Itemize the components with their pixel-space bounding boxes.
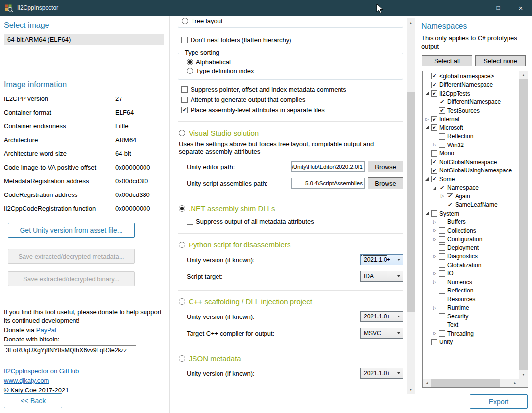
radio-icon[interactable] — [179, 130, 185, 136]
namespace-checkbox[interactable]: ✔ — [439, 99, 445, 105]
tree-item[interactable]: System — [423, 209, 519, 218]
namespace-checkbox[interactable] — [439, 236, 445, 243]
radio-icon[interactable] — [179, 242, 185, 248]
radio-icon[interactable] — [179, 205, 185, 212]
expand-icon[interactable]: ▷ — [424, 117, 430, 122]
namespace-checkbox[interactable] — [439, 279, 445, 285]
tree-item[interactable]: ✔NotGlobalNamespace — [423, 158, 519, 167]
flatten-hierarchy-checkbox-row[interactable]: Don't nest folders (flatten hierarchy) — [181, 36, 403, 44]
scroll-down-button[interactable]: ▼ — [519, 370, 528, 379]
image-list-item[interactable]: 64-bit ARM64 (ELF64) — [4, 34, 164, 45]
namespace-checkbox[interactable]: ✔ — [431, 73, 437, 79]
cpp-project-radio-row[interactable]: C++ scaffolding / DLL injection project — [178, 297, 403, 306]
shim-dlls-radio-row[interactable]: .NET assembly shim DLLs — [178, 204, 403, 213]
expand-icon[interactable]: ▷ — [432, 271, 437, 276]
tree-item[interactable]: Globalization — [423, 261, 519, 269]
expand-icon[interactable]: ▷ — [432, 279, 437, 285]
namespace-checkbox[interactable] — [439, 288, 445, 294]
collapse-icon[interactable] — [432, 185, 437, 191]
tree-item[interactable]: ✔<global namespace> — [423, 72, 519, 81]
export-button[interactable]: Export — [470, 394, 528, 409]
tree-item[interactable]: Reflection — [423, 287, 519, 295]
expand-icon[interactable]: ▷ — [432, 305, 437, 311]
json-metadata-radio-row[interactable]: JSON metadata — [178, 354, 403, 363]
namespace-checkbox[interactable] — [431, 210, 437, 217]
back-button[interactable]: << Back — [4, 393, 62, 408]
tree-item[interactable]: ▷Threading — [423, 329, 519, 338]
checkbox-icon[interactable] — [181, 86, 188, 93]
script-assemblies-path-input[interactable]: -5.0.4\ScriptAssemblies — [291, 178, 365, 189]
scrollbar-thumb[interactable] — [431, 379, 500, 387]
tree-item[interactable]: ▷Buffers — [423, 218, 519, 227]
namespace-checkbox[interactable] — [439, 270, 445, 277]
tree-item[interactable]: ✔NotGlobalUsingNamespace — [423, 167, 519, 175]
unity-version-select[interactable]: 2021.1.0+ — [360, 254, 403, 265]
tree-item[interactable]: Unity — [423, 338, 519, 347]
unity-version-select[interactable]: 2021.1.0+ — [360, 368, 403, 379]
tree-item[interactable]: ▷Numerics — [423, 278, 519, 287]
checkbox-icon[interactable] — [181, 37, 188, 43]
website-link[interactable]: www.djkaty.com — [4, 377, 49, 384]
tree-item[interactable]: ▷✔Again — [423, 192, 519, 201]
scroll-up-button[interactable]: ▲ — [407, 18, 415, 26]
scroll-up-button[interactable]: ▲ — [519, 71, 528, 79]
namespace-checkbox[interactable]: ✔ — [447, 202, 453, 208]
namespace-checkbox[interactable] — [439, 219, 445, 225]
output-option-checkbox-row[interactable]: Attempt to generate output that compiles — [181, 96, 403, 103]
namespace-checkbox[interactable]: ✔ — [431, 116, 437, 122]
tree-item[interactable]: ✔DifferentNamespace — [423, 98, 519, 107]
suppress-metadata-checkbox-row[interactable]: Suppress output of all metadata attribut… — [187, 218, 403, 225]
namespace-checkbox[interactable]: ✔ — [431, 176, 437, 182]
radio-icon[interactable] — [187, 68, 193, 74]
tree-item[interactable]: Deployment — [423, 243, 519, 252]
namespace-checkbox[interactable]: ✔ — [439, 107, 445, 114]
tree-item[interactable]: ▷Runtime — [423, 304, 519, 313]
namespace-checkbox[interactable] — [431, 339, 437, 345]
get-unity-version-button[interactable]: Get Unity version from asset file... — [8, 223, 135, 238]
tree-item[interactable]: Security — [423, 312, 519, 321]
tree-item[interactable]: ✔Namespace — [423, 184, 519, 193]
expand-icon[interactable]: ▷ — [432, 228, 437, 233]
tree-item[interactable]: ▷Collections — [423, 226, 519, 235]
scrollbar-thumb[interactable] — [519, 79, 528, 370]
tree-item[interactable]: ▷Configuration — [423, 235, 519, 244]
tree-item[interactable]: Resources — [423, 295, 519, 304]
unity-version-select[interactable]: 2021.1.0+ — [360, 311, 403, 322]
paypal-link[interactable]: PayPal — [36, 326, 56, 334]
namespace-checkbox[interactable]: ✔ — [439, 185, 445, 191]
collapse-icon[interactable] — [424, 211, 430, 216]
browse-assemblies-path-button[interactable]: Browse — [368, 177, 403, 189]
expand-icon[interactable]: ▷ — [432, 331, 437, 336]
scroll-down-button[interactable]: ▼ — [407, 386, 415, 394]
github-link[interactable]: Il2CppInspector on GitHub — [4, 367, 79, 375]
image-listbox[interactable]: 64-bit ARM64 (ELF64) — [4, 34, 164, 72]
select-all-button[interactable]: Select all — [422, 55, 472, 66]
bitcoin-address-input[interactable] — [4, 345, 136, 355]
namespace-checkbox[interactable]: ✔ — [447, 193, 453, 199]
radio-icon[interactable] — [182, 18, 188, 24]
cpp-compiler-select[interactable]: MSVC — [360, 328, 403, 339]
tree-item[interactable]: Mono — [423, 149, 519, 158]
checkbox-icon[interactable] — [187, 219, 193, 225]
namespace-checkbox[interactable] — [439, 253, 445, 260]
visual-studio-radio-row[interactable]: Visual Studio solution — [178, 128, 403, 137]
expand-icon[interactable]: ▷ — [440, 194, 445, 199]
namespace-checkbox[interactable]: ✔ — [431, 90, 437, 97]
tree-item[interactable]: ✔Some — [423, 175, 519, 184]
scroll-right-button[interactable]: ► — [511, 379, 519, 387]
namespace-checkbox[interactable] — [439, 133, 445, 140]
radio-icon[interactable] — [179, 298, 185, 305]
tree-vertical-scrollbar[interactable]: ▲ ▼ — [519, 71, 528, 379]
namespace-checkbox[interactable] — [439, 330, 445, 337]
namespace-checkbox[interactable] — [431, 150, 437, 157]
tree-layout-radio-row[interactable]: Tree layout — [182, 17, 403, 24]
scroll-left-button[interactable]: ◄ — [423, 379, 431, 387]
select-none-button[interactable]: Select none — [475, 55, 526, 66]
output-option-checkbox-row[interactable]: Suppress pointer, offset and index metad… — [181, 85, 403, 93]
tree-item[interactable]: ▷Win32 — [423, 141, 519, 149]
namespace-checkbox[interactable]: ✔ — [431, 82, 437, 88]
collapse-icon[interactable] — [424, 176, 430, 182]
tree-item[interactable]: ✔Microsoft — [423, 123, 519, 132]
vertical-scrollbar[interactable]: ▲ ▼ — [407, 18, 415, 394]
tree-item[interactable]: ✔SameLeafName — [423, 201, 519, 210]
